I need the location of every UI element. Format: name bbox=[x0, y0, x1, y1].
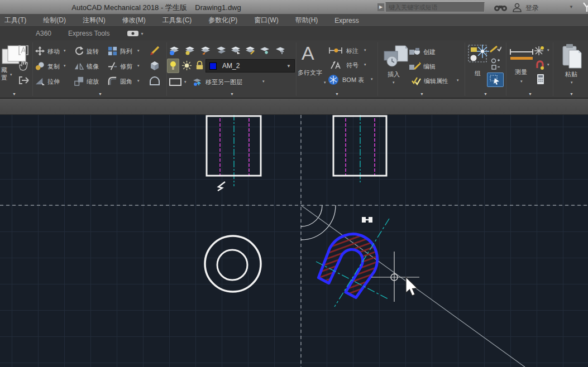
group-icon[interactable] bbox=[468, 45, 490, 66]
group-button[interactable]: 组 bbox=[475, 69, 481, 78]
panel-expand-arrow[interactable]: ▼ bbox=[484, 92, 487, 96]
move-icon[interactable] bbox=[35, 46, 45, 56]
stretch-icon[interactable] bbox=[35, 76, 45, 86]
bom-table-button[interactable]: BOM 表 bbox=[342, 76, 364, 84]
panel-expand-arrow[interactable]: ▼ bbox=[570, 92, 573, 96]
edit-block-icon[interactable] bbox=[409, 61, 421, 71]
dimension-button[interactable]: 标注 bbox=[346, 47, 358, 55]
search-expand-icon[interactable]: ▶ bbox=[377, 3, 384, 11]
measure-button[interactable]: 测量 bbox=[515, 68, 527, 76]
tab-a360[interactable]: A360 bbox=[36, 30, 51, 37]
part-view-right[interactable] bbox=[333, 115, 386, 184]
titlebar-dropdown-icon[interactable]: ▼ bbox=[569, 4, 573, 9]
menu-item-modify[interactable]: 修改(M) bbox=[122, 16, 146, 25]
array-icon[interactable] bbox=[107, 46, 118, 56]
array-button[interactable]: 阵列 bbox=[120, 47, 132, 56]
rotate-button[interactable]: 旋转 bbox=[87, 47, 99, 56]
mtext-button[interactable]: 多行文字 bbox=[297, 69, 323, 76]
chevron-down-icon[interactable]: ▾ bbox=[64, 49, 66, 53]
menu-item-express[interactable]: Express bbox=[334, 17, 358, 25]
dimension-icon[interactable] bbox=[328, 46, 343, 55]
copy-icon[interactable] bbox=[35, 61, 45, 71]
insert-button[interactable]: 插入 bbox=[388, 70, 400, 79]
chevron-down-icon[interactable]: ▾ bbox=[324, 80, 326, 85]
move-to-layer-icon[interactable] bbox=[192, 76, 203, 87]
chevron-down-icon[interactable]: ▾ bbox=[457, 78, 459, 83]
chevron-down-icon[interactable]: ▾ bbox=[393, 80, 395, 85]
paste-clipboard-icon[interactable] bbox=[562, 44, 583, 69]
pan-hand-tool-button[interactable] bbox=[18, 60, 29, 71]
layer-tool-icon[interactable] bbox=[216, 45, 227, 56]
chevron-down-icon[interactable]: ▾ bbox=[262, 79, 265, 84]
insert-block-icon[interactable] bbox=[383, 45, 410, 68]
arch-fillet-weld-icon[interactable] bbox=[149, 75, 161, 86]
tab-express-tools[interactable]: Express Tools bbox=[68, 30, 109, 37]
layer-freeze-sun-icon[interactable] bbox=[181, 60, 192, 71]
trim-icon[interactable] bbox=[107, 61, 118, 71]
chevron-down-icon[interactable]: ▾ bbox=[571, 80, 573, 85]
chevron-down-icon[interactable]: ▾ bbox=[364, 62, 366, 67]
chevron-down-icon[interactable]: ▾ bbox=[137, 49, 140, 53]
trim-button[interactable]: 修剪 bbox=[120, 62, 132, 71]
edit-attributes-button[interactable]: 编辑属性 bbox=[424, 77, 448, 85]
horseshoe-part[interactable] bbox=[315, 225, 386, 300]
edit-pencil-icon[interactable] bbox=[149, 45, 161, 57]
menu-item-help[interactable]: 帮助(H) bbox=[295, 16, 318, 25]
move-to-layer-button[interactable]: 移至另一图层 bbox=[205, 78, 242, 86]
panel-expand-arrow[interactable]: ▼ bbox=[335, 92, 339, 96]
layer-tool-icon[interactable] bbox=[184, 45, 195, 56]
bom-table-icon[interactable] bbox=[327, 74, 340, 86]
panel-expand-arrow[interactable]: ▼ bbox=[528, 92, 532, 96]
text-frame-tool-button[interactable] bbox=[18, 45, 29, 56]
menu-item-parametric[interactable]: 参数化(P) bbox=[208, 16, 237, 25]
group-selection-toggle-button[interactable] bbox=[487, 73, 504, 87]
menu-item-annotate[interactable]: 注释(N) bbox=[83, 16, 106, 25]
layer-tool-icon[interactable] bbox=[275, 45, 286, 56]
layer-lock-icon[interactable] bbox=[194, 60, 205, 71]
exit-isolate-tool-button[interactable] bbox=[18, 75, 30, 86]
ribbon-display-toggle[interactable]: ▾ bbox=[127, 30, 144, 37]
scale-button[interactable]: 缩放 bbox=[87, 78, 99, 86]
chevron-down-icon[interactable]: ▾ bbox=[547, 62, 549, 67]
move-button[interactable]: 移动 bbox=[47, 47, 60, 56]
create-block-icon[interactable] bbox=[409, 47, 421, 56]
ungroup-icon[interactable] bbox=[490, 58, 500, 70]
create-block-button[interactable]: 创建 bbox=[423, 48, 436, 56]
layer-on-off-button[interactable] bbox=[167, 59, 179, 73]
layer-tool-icon[interactable] bbox=[200, 45, 211, 56]
user-icon[interactable] bbox=[512, 3, 522, 12]
edit-block-button[interactable]: 编辑 bbox=[423, 62, 436, 71]
sign-in-link[interactable]: 登录 bbox=[525, 3, 539, 13]
horseshoe-outline[interactable] bbox=[315, 225, 386, 300]
layer-tool-icon[interactable] bbox=[245, 45, 256, 56]
help-search-input[interactable] bbox=[385, 2, 485, 12]
menu-item-draw[interactable]: 绘制(D) bbox=[43, 16, 66, 25]
concentric-circles[interactable] bbox=[205, 236, 261, 292]
exchange-apps-icon-partial[interactable] bbox=[582, 2, 588, 13]
panel-expand-arrow[interactable]: ▼ bbox=[230, 92, 234, 96]
mirror-icon[interactable] bbox=[74, 61, 84, 71]
panel-expand-arrow[interactable]: ▼ bbox=[420, 92, 424, 96]
chevron-down-icon[interactable]: ▾ bbox=[64, 64, 66, 68]
copy-button[interactable]: 复制 bbox=[47, 62, 60, 71]
3d-box-icon[interactable] bbox=[149, 60, 161, 71]
fillet-button[interactable]: 圆角 bbox=[120, 78, 132, 86]
inner-circle[interactable] bbox=[217, 250, 247, 280]
chevron-down-icon[interactable]: ▾ bbox=[547, 48, 549, 52]
symbol-button[interactable]: 符号 bbox=[346, 61, 358, 70]
measure-icon[interactable] bbox=[509, 48, 534, 61]
snap-point-icon[interactable] bbox=[534, 46, 545, 57]
angle-arc-outer[interactable] bbox=[301, 205, 336, 240]
symbol-icon[interactable] bbox=[329, 60, 342, 71]
layer-tool-icon[interactable] bbox=[259, 45, 270, 56]
menu-item-window[interactable]: 窗口(W) bbox=[254, 16, 278, 25]
rotate-icon[interactable] bbox=[74, 46, 84, 56]
drawing-canvas[interactable] bbox=[0, 115, 588, 367]
part-view-left[interactable] bbox=[207, 115, 261, 186]
menu-item-tools[interactable]: 工具(T) bbox=[4, 16, 26, 25]
group-edit-icon[interactable] bbox=[488, 45, 501, 54]
chevron-down-icon[interactable]: ▾ bbox=[520, 79, 523, 84]
calculator-icon[interactable] bbox=[536, 74, 545, 85]
search-binoculars-icon[interactable] bbox=[494, 3, 508, 12]
paste-button[interactable]: 粘贴 bbox=[565, 70, 577, 79]
